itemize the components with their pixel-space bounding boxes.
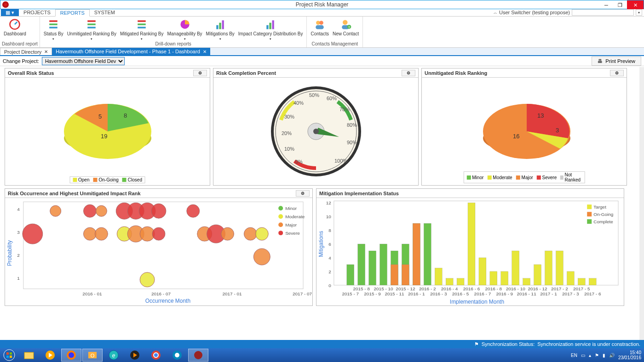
svg-text:1: 1 (17, 276, 20, 281)
chrome-icon[interactable] (146, 349, 166, 362)
svg-text:2017 - 2: 2017 - 2 (551, 286, 568, 291)
user-switcher-dropdown[interactable] (572, 9, 634, 16)
minimize-button[interactable]: ─ (599, 0, 613, 10)
tray-icon[interactable]: ▴ (589, 353, 591, 358)
outlook-icon[interactable]: O (82, 349, 103, 362)
svg-text:2: 2 (328, 269, 331, 274)
svg-text:2015 - 9: 2015 - 9 (364, 291, 381, 296)
network-icon[interactable]: ▮ (603, 353, 605, 358)
svg-rect-106 (380, 244, 387, 285)
bars-icon (213, 17, 228, 31)
battery-icon[interactable]: ▭ (581, 353, 585, 358)
gear-icon[interactable]: ⚙ (610, 70, 624, 76)
status-by-button[interactable]: Status By▾ (42, 17, 65, 41)
sync-icon: ⚑ (474, 341, 479, 347)
gear-icon[interactable]: ⚙ (296, 190, 310, 197)
panel-title: Mitigation Implementation Status (319, 191, 399, 196)
svg-text:Minor: Minor (285, 206, 297, 211)
app-icon (2, 1, 9, 8)
ie-icon[interactable]: e (104, 349, 124, 362)
svg-point-63 (23, 224, 43, 244)
prm-icon[interactable] (188, 349, 208, 362)
dashboard-button[interactable]: Dashboard (2, 17, 28, 36)
mitigations-button[interactable]: Mitigations By▾ (204, 17, 236, 41)
print-preview-button[interactable]: 🖶 Print Preview (592, 57, 641, 66)
printer-icon: 🖶 (598, 58, 603, 64)
ribbon: Dashboard Dashboard report Status By▾ Un… (0, 17, 644, 48)
clock[interactable]: 15:40 23/01/2016 (618, 350, 641, 360)
app-icon[interactable] (167, 349, 187, 362)
tab-project-directory[interactable]: Project Directory ✕ (0, 48, 52, 55)
list-icon (46, 17, 61, 31)
svg-text:8: 8 (328, 228, 331, 233)
svg-rect-156 (587, 219, 592, 224)
ribbon-tab-reports[interactable]: REPORTS (55, 9, 90, 17)
firefox-icon[interactable] (61, 349, 81, 362)
svg-text:O: O (91, 353, 95, 358)
svg-text:40%: 40% (293, 100, 304, 106)
close-button[interactable]: ✕ (627, 0, 644, 10)
svg-text:Target: Target (593, 204, 606, 209)
flag-icon[interactable]: ⚑ (595, 353, 599, 358)
svg-rect-163 (24, 352, 34, 359)
scrollbar[interactable] (639, 67, 644, 340)
new-contact-button[interactable]: +New Contact (331, 17, 361, 36)
tab-close-icon[interactable]: ✕ (44, 49, 48, 54)
svg-point-76 (152, 227, 165, 240)
tab-close-icon[interactable]: ✕ (203, 49, 207, 54)
wmp-icon[interactable] (125, 349, 145, 362)
svg-rect-127 (578, 278, 585, 285)
svg-text:90%: 90% (347, 140, 357, 145)
svg-text:Occurrence Month: Occurrence Month (145, 298, 190, 304)
svg-text:2016 - 07: 2016 - 07 (151, 291, 171, 296)
svg-text:2016 - 10: 2016 - 10 (506, 286, 526, 291)
mitigated-ranking-button[interactable]: Mitigated Ranking By▾ (118, 17, 166, 41)
svg-point-177 (175, 353, 179, 357)
svg-rect-4 (49, 27, 58, 28)
svg-text:2015 - 10: 2015 - 10 (374, 286, 394, 291)
svg-text:4: 4 (328, 255, 331, 260)
maximize-button[interactable]: ❐ (613, 0, 627, 10)
language-indicator[interactable]: EN (571, 353, 577, 358)
svg-text:2016 - 1: 2016 - 1 (408, 291, 425, 296)
svg-text:2016 - 9: 2016 - 9 (496, 291, 513, 296)
change-project-select[interactable]: Havermouth Offshore Field Development (42, 57, 125, 65)
impact-category-button[interactable]: Impact Category Distribution By▾ (236, 17, 305, 41)
svg-text:13: 13 (537, 112, 544, 119)
svg-rect-115 (446, 278, 453, 285)
svg-text:2017 - 5: 2017 - 5 (573, 286, 590, 291)
quick-access-button[interactable]: ▦ ▾ (1, 9, 19, 16)
tab-dashboard[interactable]: Havermouth Offshore Field Development - … (52, 48, 210, 55)
svg-point-21 (343, 20, 348, 25)
app-title: Project Risk Manager (296, 1, 349, 8)
svg-text:0: 0 (328, 283, 331, 288)
svg-rect-117 (468, 203, 475, 285)
svg-text:2017 - 3: 2017 - 3 (562, 291, 579, 296)
svg-rect-93 (334, 201, 618, 285)
svg-text:2017 - 01: 2017 - 01 (222, 291, 242, 296)
svg-text:Moderate: Moderate (285, 214, 305, 219)
svg-rect-104 (358, 244, 365, 285)
chevron-up-icon[interactable]: ︿ (494, 10, 497, 15)
svg-point-84 (253, 249, 270, 265)
explorer-icon[interactable] (19, 349, 39, 362)
manageability-button[interactable]: Manageability By▾ (165, 17, 204, 41)
svg-text:2016 - 11: 2016 - 11 (517, 291, 537, 296)
start-button[interactable] (0, 348, 18, 362)
svg-rect-108 (391, 265, 398, 285)
media-player-icon[interactable] (40, 349, 60, 362)
unmitigated-ranking-button[interactable]: Unmitigated Ranking By▾ (65, 17, 118, 41)
svg-rect-162 (10, 356, 12, 358)
svg-text:10: 10 (326, 214, 332, 219)
ribbon-tab-projects[interactable]: PROJECTS (19, 9, 55, 16)
svg-rect-128 (589, 278, 596, 285)
chevron-down-icon[interactable]: ▾ (636, 9, 642, 16)
gear-icon[interactable]: ⚙ (193, 70, 207, 76)
ribbon-tab-system[interactable]: SYSTEM (90, 9, 120, 16)
svg-point-85 (278, 206, 283, 210)
volume-icon[interactable]: 🔊 (609, 353, 615, 358)
svg-rect-6 (88, 23, 96, 25)
contacts-button[interactable]: Contacts (309, 17, 330, 36)
svg-text:3: 3 (17, 230, 20, 235)
gear-icon[interactable]: ⚙ (402, 70, 415, 76)
